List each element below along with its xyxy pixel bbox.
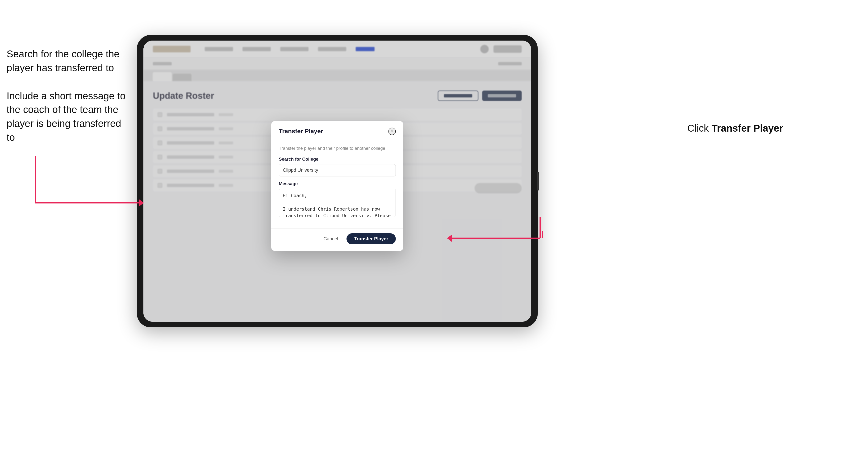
search-college-field-group: Search for College (279, 157, 396, 177)
tablet-side-button (537, 172, 539, 191)
dialog-header: Transfer Player × (271, 121, 403, 140)
cancel-button[interactable]: Cancel (319, 234, 343, 244)
dialog-close-button[interactable]: × (388, 128, 396, 135)
dialog-title: Transfer Player (279, 128, 323, 135)
message-label: Message (279, 181, 396, 186)
app-content: Update Roster (144, 40, 531, 322)
search-college-label: Search for College (279, 157, 396, 162)
message-field-group: Message (279, 181, 396, 218)
modal-overlay: Transfer Player × Transfer the player an… (144, 40, 531, 322)
dialog-subtitle: Transfer the player and their profile to… (279, 146, 396, 151)
search-college-input[interactable] (279, 164, 396, 177)
annotation-search-text: Search for the college the player has tr… (7, 47, 129, 75)
dialog-body: Transfer the player and their profile to… (271, 140, 403, 228)
dialog-footer: Cancel Transfer Player (271, 228, 403, 251)
tablet-screen: Update Roster (144, 40, 531, 322)
annotation-right: Click Transfer Player (687, 123, 783, 134)
transfer-player-dialog: Transfer Player × Transfer the player an… (271, 121, 403, 251)
annotation-left-top: Search for the college the player has tr… (7, 47, 129, 159)
annotation-transfer-bold: Transfer Player (711, 123, 783, 134)
transfer-player-button[interactable]: Transfer Player (346, 233, 396, 244)
annotation-click-text: Click (687, 123, 712, 134)
annotation-message-text: Include a short message to the coach of … (7, 89, 129, 145)
message-textarea[interactable] (279, 189, 396, 217)
tablet-frame: Update Roster (137, 35, 538, 328)
